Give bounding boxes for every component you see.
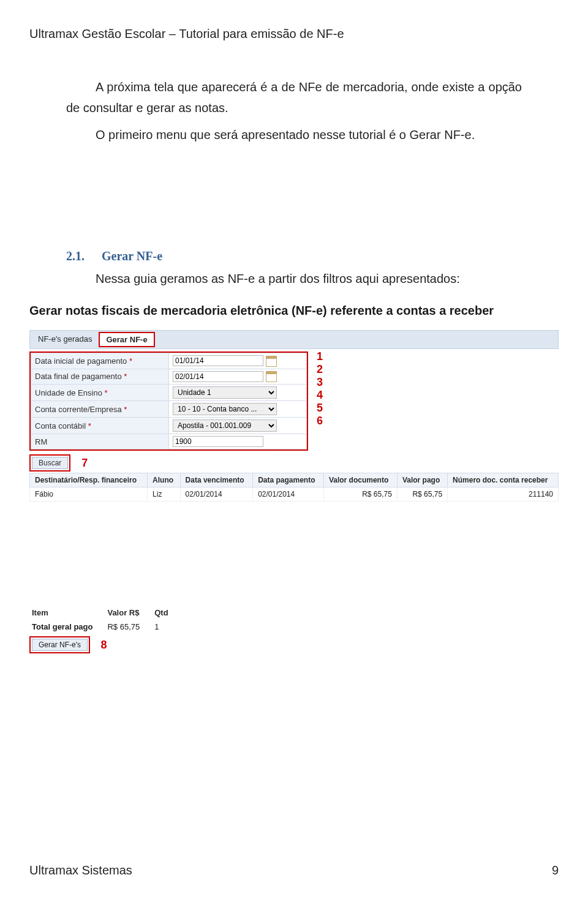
row-data-inicial: Data inicial de pagamento * [31,353,307,369]
annot-8: 8 [101,639,107,652]
totals-valor: R$ 65,75 [105,620,152,634]
footer-page-number: 9 [552,863,559,878]
select-conta-corrente[interactable]: 10 - 10 - Conta banco ... [173,403,277,415]
row-conta-corrente: Conta corrente/Empresa * 10 - 10 - Conta… [31,401,307,418]
paragraph-2: O primeiro menu que será apresentado nes… [66,124,522,145]
body-text: A próxima tela que aparecerá é a de NFe … [29,77,559,145]
label-conta-corrente: Conta corrente/Empresa * [31,401,169,418]
section-title: Gerar NF-e [102,249,162,263]
buscar-button-wrap: Buscar [29,454,70,472]
calendar-icon[interactable] [266,371,277,382]
cell-destinatario: Fábio [30,487,148,502]
select-unidade[interactable]: Unidade 1 [173,386,277,399]
footer-left: Ultramax Sistemas [29,863,132,878]
input-data-final[interactable] [173,371,263,382]
totals-block: Item Valor R$ Qtd Total geral pago R$ 65… [29,606,559,653]
gerar-nfes-button[interactable]: Gerar NF-e's [32,639,88,651]
annot-2: 2 [317,363,323,376]
section-number: 2.1. [66,249,85,263]
cell-vencimento: 02/01/2014 [180,487,253,502]
tab-gerar-nfe[interactable]: Gerar NF-e [99,332,154,347]
col-vencimento: Data vencimento [180,473,253,487]
col-pagamento: Data pagamento [253,473,324,487]
cell-valor-pago: R$ 65,75 [397,487,447,502]
cell-numero-doc: 211140 [448,487,559,502]
col-valor-doc: Valor documento [323,473,397,487]
shot-title: Gerar notas fiscais de mercadoria eletrô… [29,304,559,318]
totals-col-item: Item [29,606,105,620]
row-data-final: Data final de pagamento * [31,369,307,385]
results-grid: Destinatário/Resp. financeiro Aluno Data… [29,473,559,502]
cell-pagamento: 02/01/2014 [253,487,324,502]
annot-4: 4 [317,389,323,402]
row-rm: RM [31,434,307,449]
table-row[interactable]: Fábio Liz 02/01/2014 02/01/2014 R$ 65,75… [30,487,559,502]
buscar-button[interactable]: Buscar [32,457,68,469]
cell-valor-doc: R$ 65,75 [323,487,397,502]
annot-5: 5 [317,402,323,415]
col-destinatario: Destinatário/Resp. financeiro [30,473,148,487]
label-unidade: Unidade de Ensino * [31,385,169,401]
page-header: Ultramax Gestão Escolar – Tutorial para … [29,27,559,41]
label-data-final: Data final de pagamento * [31,369,169,385]
annot-1: 1 [317,350,323,363]
label-conta-contabil: Conta contábil * [31,418,169,434]
section-body: Nessa guia geramos as NF-e a partir dos … [29,268,559,289]
row-conta-contabil: Conta contábil * Apostila - 001.001.009 [31,418,307,434]
filter-form: Data inicial de pagamento * Data final d… [29,351,308,451]
input-data-inicial[interactable] [173,355,263,366]
row-unidade: Unidade de Ensino * Unidade 1 [31,385,307,401]
totals-col-qtd: Qtd [152,606,180,620]
col-aluno: Aluno [148,473,181,487]
select-conta-contabil[interactable]: Apostila - 001.001.009 [173,419,277,432]
annot-3: 3 [317,376,323,389]
input-rm[interactable] [173,436,263,447]
tab-nfes-geradas[interactable]: NF-e's geradas [31,332,99,347]
tab-bar: NF-e's geradas Gerar NF-e [29,330,559,349]
col-numero-doc: Número doc. conta receber [448,473,559,487]
totals-label: Total geral pago [29,620,105,634]
cell-aluno: Liz [148,487,181,502]
label-data-inicial: Data inicial de pagamento * [31,353,169,369]
label-rm: RM [31,434,169,449]
annot-7: 7 [81,457,88,470]
gerar-nfes-wrap: Gerar NF-e's [29,636,90,653]
paragraph-1: A próxima tela que aparecerá é a de NFe … [66,77,522,118]
totals-col-valor: Valor R$ [105,606,152,620]
annot-6: 6 [317,415,323,427]
col-valor-pago: Valor pago [397,473,447,487]
calendar-icon[interactable] [266,356,277,367]
totals-qtd: 1 [152,620,180,634]
